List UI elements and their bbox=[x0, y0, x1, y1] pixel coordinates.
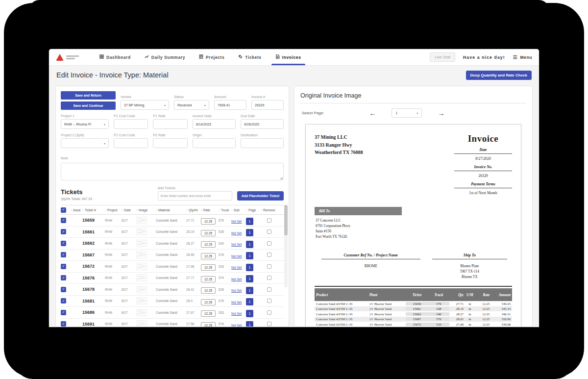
rate-input[interactable] bbox=[201, 264, 216, 271]
remove-checkbox[interactable] bbox=[267, 218, 271, 223]
invoice-date-input[interactable] bbox=[196, 123, 232, 126]
origin-input[interactable] bbox=[196, 142, 232, 145]
remove-checkbox[interactable] bbox=[267, 264, 271, 269]
ticket-image-thumbnail[interactable] bbox=[136, 320, 147, 327]
sub-not-set-link[interactable]: Not Set bbox=[231, 312, 242, 315]
invoice-number-input[interactable] bbox=[255, 103, 280, 107]
app-logo[interactable] bbox=[56, 54, 79, 61]
row-checkbox[interactable]: ✓ bbox=[61, 241, 66, 246]
row-checkbox[interactable]: ✓ bbox=[61, 275, 66, 280]
sub-not-set-link[interactable]: Not Set bbox=[231, 278, 242, 281]
remove-checkbox[interactable] bbox=[267, 310, 271, 315]
column-header-project[interactable]: ↕Project bbox=[105, 208, 122, 212]
rate-input[interactable] bbox=[201, 299, 216, 305]
remove-checkbox[interactable] bbox=[267, 229, 271, 234]
rate-input[interactable] bbox=[201, 276, 216, 282]
ticket-image-thumbnail[interactable] bbox=[136, 251, 147, 258]
row-checkbox[interactable]: ✓ bbox=[61, 287, 66, 292]
p2-rate-input[interactable] bbox=[156, 142, 184, 145]
next-page-arrow-icon[interactable]: → bbox=[438, 109, 444, 117]
ticket-image-thumbnail[interactable] bbox=[136, 217, 147, 224]
row-checkbox[interactable]: ✓ bbox=[61, 321, 66, 327]
sub-not-set-link[interactable]: Not Set bbox=[231, 266, 242, 269]
rate-input[interactable] bbox=[201, 253, 216, 259]
due-date-input[interactable] bbox=[244, 123, 280, 126]
ticket-image-thumbnail[interactable] bbox=[136, 240, 147, 247]
add-placeholder-ticket-button[interactable]: Add Placeholder Ticket bbox=[237, 191, 284, 201]
ticket-image-thumbnail[interactable] bbox=[136, 297, 147, 304]
ticket-image-thumbnail[interactable] bbox=[136, 286, 147, 293]
previous-page-arrow-icon[interactable]: ← bbox=[369, 109, 376, 117]
page-button[interactable]: 1 bbox=[246, 218, 253, 225]
rate-input[interactable] bbox=[201, 322, 216, 327]
page-select[interactable]: 1 ▾ bbox=[392, 108, 422, 118]
page-button[interactable]: 1 bbox=[246, 229, 253, 236]
menu-button[interactable]: ☰ Menu bbox=[513, 54, 532, 60]
scrollbar-thumb[interactable] bbox=[284, 205, 288, 235]
column-header-qty[interactable]: ↕Qty/Hr bbox=[186, 208, 201, 212]
sub-not-set-link[interactable]: Not Set bbox=[231, 324, 242, 327]
column-header-image[interactable]: ↕Image bbox=[136, 208, 156, 212]
save-and-return-button[interactable]: Save and Return bbox=[61, 91, 116, 100]
note-textarea[interactable] bbox=[61, 163, 284, 180]
project2-select[interactable]: ▾ bbox=[61, 138, 109, 148]
remove-checkbox[interactable] bbox=[267, 253, 271, 257]
select-all-checkbox[interactable]: ✓ bbox=[61, 207, 66, 213]
sub-not-set-link[interactable]: Not Set bbox=[231, 231, 242, 235]
status-select[interactable]: Received ▾ bbox=[174, 100, 209, 110]
column-header-date[interactable]: ↕Date bbox=[122, 208, 136, 212]
row-checkbox[interactable]: ✓ bbox=[61, 229, 66, 234]
rate-input[interactable] bbox=[201, 310, 216, 317]
rate-input[interactable] bbox=[201, 287, 216, 294]
row-checkbox[interactable]: ✓ bbox=[61, 310, 66, 315]
deep-quantity-rate-check-button[interactable]: Deep Quantity and Rate Check bbox=[466, 71, 532, 80]
column-header-truck[interactable]: ↕Truck bbox=[219, 208, 231, 212]
remove-checkbox[interactable] bbox=[267, 287, 271, 292]
remove-checkbox[interactable] bbox=[267, 299, 271, 303]
p1-cost-code-input[interactable] bbox=[117, 123, 145, 126]
remove-checkbox[interactable] bbox=[267, 276, 271, 280]
ticket-image-thumbnail[interactable] bbox=[136, 263, 147, 270]
tickets-scrollbar[interactable] bbox=[284, 205, 288, 287]
ticket-image-thumbnail[interactable] bbox=[136, 228, 147, 235]
vendor-select[interactable]: 37 BP Mining ▾ bbox=[121, 100, 169, 110]
page-button[interactable]: 1 bbox=[246, 310, 253, 317]
nav-item-projects[interactable]: Projects bbox=[199, 49, 224, 65]
column-header-sub[interactable]: ↕Sub bbox=[231, 208, 246, 212]
rate-input[interactable] bbox=[201, 230, 216, 236]
sub-not-set-link[interactable]: Not Set bbox=[231, 243, 242, 246]
nav-item-invoices[interactable]: Invoices bbox=[275, 49, 301, 65]
row-checkbox[interactable]: ✓ bbox=[61, 218, 66, 223]
page-button[interactable]: 1 bbox=[246, 321, 253, 327]
nav-item-daily-summary[interactable]: Daily Summary bbox=[145, 49, 185, 65]
sub-not-set-link[interactable]: Not Set bbox=[231, 220, 242, 223]
column-header-rate[interactable]: ↕Rate bbox=[201, 208, 219, 212]
sub-not-set-link[interactable]: Not Set bbox=[231, 254, 242, 258]
sub-not-set-link[interactable]: Not Set bbox=[231, 301, 242, 304]
row-checkbox[interactable]: ✓ bbox=[61, 264, 66, 269]
column-header-remove[interactable]: ↕Remove bbox=[261, 208, 277, 212]
p1-rate-input[interactable] bbox=[156, 123, 184, 126]
p2-cost-code-input[interactable] bbox=[117, 142, 145, 145]
ticket-image-thumbnail[interactable] bbox=[136, 274, 147, 281]
page-button[interactable]: 1 bbox=[246, 287, 253, 294]
destination-input[interactable] bbox=[244, 142, 280, 145]
rate-input[interactable] bbox=[201, 218, 216, 225]
page-button[interactable]: 1 bbox=[246, 241, 253, 248]
page-button[interactable]: 1 bbox=[246, 275, 253, 282]
column-header-ticket[interactable]: ↕Ticket # bbox=[82, 208, 105, 212]
page-button[interactable]: 1 bbox=[246, 264, 253, 271]
save-and-continue-button[interactable]: Save and Continue bbox=[61, 101, 116, 110]
live-chat-button[interactable]: Live Chat bbox=[430, 52, 455, 62]
add-ticket-input[interactable] bbox=[158, 191, 232, 201]
nav-item-tickets[interactable]: Tickets bbox=[238, 49, 261, 65]
page-button[interactable]: 1 bbox=[246, 252, 253, 259]
remove-checkbox[interactable] bbox=[267, 322, 271, 326]
remove-checkbox[interactable] bbox=[267, 241, 271, 246]
column-header-page[interactable]: ↕Page bbox=[246, 208, 261, 212]
nav-item-dashboard[interactable]: Dashboard bbox=[99, 49, 131, 65]
column-header-material[interactable]: ↕Material bbox=[156, 208, 186, 212]
row-checkbox[interactable]: ✓ bbox=[61, 298, 66, 303]
amount-input[interactable] bbox=[218, 103, 243, 107]
ticket-image-thumbnail[interactable] bbox=[136, 309, 147, 316]
